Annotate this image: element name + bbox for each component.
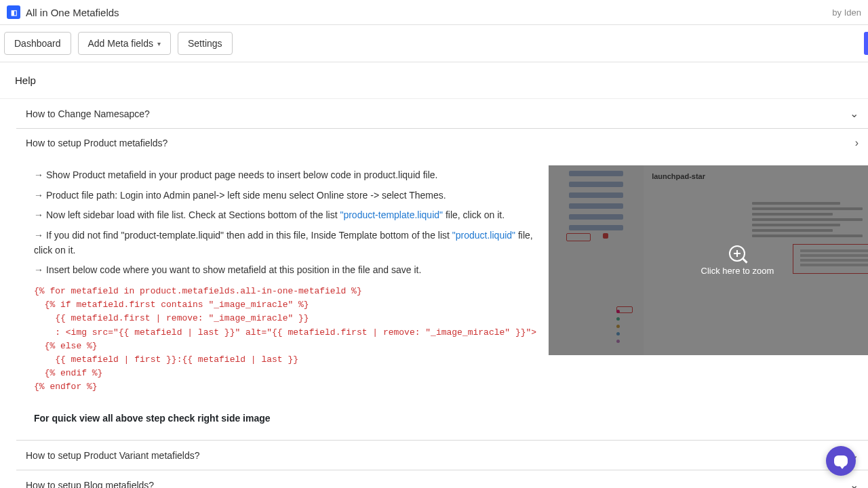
primary-action-edge[interactable] [864, 32, 868, 55]
accordion-item-blog[interactable]: How to setup Blog metafields? ⌄ [16, 470, 868, 488]
accordion-item-variant[interactable]: How to setup Product Variant metafields?… [16, 441, 868, 470]
accordion-label: How to setup Product metafields? [26, 138, 167, 148]
accordion: How to Change Namesapce? ⌄ How to setup … [16, 99, 868, 488]
step-line: →If you did not find "product-template.l… [34, 226, 536, 260]
step-line: →Show Product metafield in your product … [34, 165, 536, 186]
step-line: →Insert below code where you want to sho… [34, 260, 536, 281]
dashboard-button[interactable]: Dashboard [4, 32, 71, 55]
chevron-right-icon: › [855, 137, 859, 149]
accordion-item-namespace[interactable]: How to Change Namesapce? ⌄ [16, 99, 868, 128]
chevron-down-icon: ⌄ [850, 107, 859, 120]
link-product-liquid[interactable]: "product.liquid" [452, 230, 515, 241]
toolbar: Dashboard Add Meta fields ▾ Settings [0, 25, 868, 62]
chat-widget-button[interactable] [826, 446, 856, 476]
magnify-plus-icon [729, 245, 745, 262]
accordion-label: How to Change Namesapce? [26, 108, 150, 119]
screenshot-preview[interactable]: launchpad-star Click [549, 165, 868, 355]
app-logo-icon: ◧ [7, 5, 20, 19]
step-line: →Now left sidebar load with file list. C… [34, 205, 536, 226]
code-block: {% for metafield in product.metafields.a… [34, 285, 536, 394]
settings-button[interactable]: Settings [178, 32, 233, 55]
step-line: →Product file path: Login into Admin pan… [34, 186, 536, 206]
caret-down-icon: ▾ [157, 40, 161, 47]
app-title: All in One Metafields [26, 7, 119, 18]
byline: by Iden [832, 7, 861, 18]
topbar: ◧ All in One Metafields by Iden [0, 0, 868, 25]
help-heading: Help [0, 62, 868, 99]
accordion-body-product: →Show Product metafield in your product … [16, 157, 868, 440]
accordion-label: How to setup Blog metafields? [26, 480, 154, 488]
add-meta-fields-button[interactable]: Add Meta fields ▾ [78, 32, 172, 55]
footnote: For quick view all above step check righ… [34, 413, 536, 424]
link-product-template[interactable]: "product-template.liquid" [340, 209, 443, 220]
zoom-label: Click here to zoom [701, 266, 774, 276]
accordion-label: How to setup Product Variant metafields? [26, 450, 200, 461]
chevron-down-icon: ⌄ [850, 479, 859, 488]
zoom-overlay[interactable]: Click here to zoom [549, 165, 868, 355]
accordion-item-product[interactable]: How to setup Product metafields? › [16, 129, 868, 157]
chat-icon [834, 455, 848, 466]
